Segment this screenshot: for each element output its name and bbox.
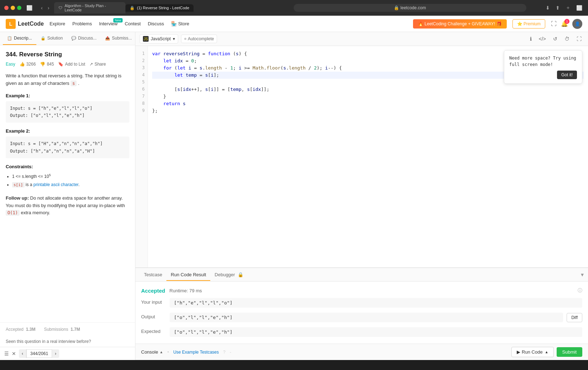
info-icon-btn[interactable]: ℹ xyxy=(528,35,534,42)
format-icon-btn[interactable]: </> xyxy=(537,35,548,42)
submissions-stat: Submissions 1.7M xyxy=(44,327,80,332)
new-tab-icon[interactable]: ＋ xyxy=(564,4,572,12)
share-label: Share xyxy=(94,62,106,67)
use-example-testcases-button[interactable]: Use Example Testcases xyxy=(173,350,219,355)
close-btn[interactable] xyxy=(4,6,9,10)
tab-icon-2: 🔒 xyxy=(130,6,135,10)
ascii-link[interactable]: printable ascii character xyxy=(33,182,78,187)
line-num-9: 9 xyxy=(138,107,145,114)
tab-label: Algorithm - Study Plan - LeetCode xyxy=(65,4,121,12)
problem-description: Write a function that reverses a string.… xyxy=(6,72,129,87)
discuss-tab-label: Discuss... xyxy=(78,36,97,41)
notification-button[interactable]: 🔔 1 xyxy=(561,20,568,27)
prev-problem-button[interactable]: ‹ xyxy=(19,349,26,358)
autocomplete-label: Autocomplete xyxy=(188,36,214,41)
got-it-button[interactable]: Got it! xyxy=(557,71,577,79)
next-problem-button[interactable]: › xyxy=(52,349,59,358)
expand-icon-btn[interactable]: ⛶ xyxy=(551,21,557,27)
dislikes-count: 845 xyxy=(47,62,54,67)
left-panel: 📋 Descrip... 🔒 Solution 💬 Discuss... 📤 S… xyxy=(0,32,135,360)
challenge-button[interactable]: 🔥 LeetCoding Challenge + GIVEAWAY! 🎁 xyxy=(413,19,507,29)
premium-button[interactable]: ⭐ Premium xyxy=(512,19,545,29)
code-editor[interactable]: 1 2 3 4 5 6 7 8 9 var reverseString = fu… xyxy=(135,46,588,267)
tab-discuss[interactable]: 💬 Discuss... xyxy=(67,32,101,45)
timer-icon-btn[interactable]: ⏱ xyxy=(562,35,572,42)
address-bar[interactable]: 🔒 leetcode.com xyxy=(294,4,526,12)
line-num-1: 1 xyxy=(138,50,145,57)
dislike-icon: 👎 xyxy=(40,62,45,67)
likes-count: 3266 xyxy=(26,62,36,67)
tab-testcase[interactable]: Testcase xyxy=(140,269,166,281)
tab-description[interactable]: 📋 Descrip... xyxy=(3,32,36,45)
line-num-6: 6 xyxy=(138,86,145,93)
traffic-lights xyxy=(4,6,21,10)
list-menu-button[interactable]: ☰ xyxy=(4,351,9,356)
nav-interview[interactable]: Interview New xyxy=(99,21,118,26)
o1-code: O(1) xyxy=(6,210,20,216)
accepted-label: Accepted xyxy=(6,327,24,332)
tab-solution[interactable]: 🔒 Solution xyxy=(36,32,67,45)
problem-navigator: ‹ 344/2061 › xyxy=(19,349,59,358)
shuffle-button[interactable]: ✕ xyxy=(12,351,16,356)
submit-button[interactable]: Submit xyxy=(557,347,582,357)
minimize-btn[interactable] xyxy=(11,6,15,10)
your-input-label: Your input xyxy=(141,298,170,305)
followup-label: Follow up: xyxy=(6,195,29,201)
example2-input: Input: s = ["H","a","n","n","a","h"] xyxy=(10,140,125,147)
results-area: Accepted Runtime: 79 ms ⓘ Your input ["h… xyxy=(135,282,588,344)
share-button[interactable]: ↗ Share xyxy=(89,62,106,67)
back-button[interactable]: ‹ xyxy=(40,4,44,11)
fullscreen-btn[interactable] xyxy=(17,6,21,10)
share-icon[interactable]: ⬆ xyxy=(554,4,561,12)
line-numbers: 1 2 3 4 5 6 7 8 9 xyxy=(135,46,148,267)
bottom-panel: Testcase Run Code Result Debugger 🔒 ▾ Ac… xyxy=(135,267,588,360)
expand-editor-btn[interactable]: ⛶ xyxy=(574,35,584,42)
help-icon[interactable]: ? xyxy=(223,350,226,355)
tab-run-code-result[interactable]: Run Code Result xyxy=(166,269,210,281)
nav-explore[interactable]: Explore xyxy=(50,21,65,26)
lc-logo[interactable]: L LeetCode xyxy=(6,19,44,29)
run-code-label: ▶ Run Code xyxy=(517,349,542,355)
nav-contest[interactable]: Contest xyxy=(125,21,141,26)
tab-submissions[interactable]: 📤 Submiss... xyxy=(101,32,135,45)
editor-actions: ℹ </> ↺ ⏱ ⛶ xyxy=(528,35,584,42)
bottom-action-bar: Console ▲ • Use Example Testcases ? - ▶ … xyxy=(135,344,588,360)
tab-algorithm[interactable]: 🛡 Algorithm - Study Plan - LeetCode xyxy=(54,2,125,14)
example2-box: Input: s = ["H","a","n","n","a","h"] Out… xyxy=(6,137,129,158)
notification-badge: 1 xyxy=(564,19,569,24)
example2-output: Output: ["h","a","n","n","a","H"] xyxy=(10,148,125,155)
result-info-icon[interactable]: ⓘ xyxy=(578,287,582,294)
solution-tab-label: Solution xyxy=(47,36,63,41)
diff-button[interactable]: Diff xyxy=(567,313,582,322)
download-icon[interactable]: ⬇ xyxy=(544,4,551,12)
example1-output: Output: ["o","l","l","e","h"] xyxy=(10,112,125,119)
bottom-expand-button[interactable]: ▾ xyxy=(581,271,584,278)
autocomplete-button[interactable]: Autocomplete xyxy=(181,35,217,43)
run-code-arrow-icon: ▲ xyxy=(545,350,548,354)
code-line-8: return s xyxy=(152,100,584,107)
sidebar-toggle-icon[interactable]: ⬜ xyxy=(25,4,34,11)
add-to-list-button[interactable]: 🔖 Add to List xyxy=(58,62,85,67)
expected-value: ["o","l","l","e","h"] xyxy=(170,327,582,337)
likes-button[interactable]: 👍 3266 xyxy=(20,62,36,67)
extensions-icon[interactable]: ⬜ xyxy=(575,4,584,12)
reset-icon-btn[interactable]: ↺ xyxy=(551,35,559,42)
code-line-6: [s[idx++], s[i]] = [temp, s[idx]]; xyxy=(152,86,584,93)
run-code-button[interactable]: ▶ Run Code ▲ xyxy=(511,347,553,357)
tab-debugger[interactable]: Debugger 🔒 xyxy=(210,269,248,281)
problem-meta: Easy 👍 3266 👎 845 🔖 Add to List ↗ Share xyxy=(6,62,129,67)
tab-reverse-string[interactable]: 🔒 (1) Reverse String - LeetCode xyxy=(125,4,194,12)
autocomplete-dot xyxy=(184,38,186,40)
nav-discuss[interactable]: Discuss xyxy=(148,21,164,26)
forward-button[interactable]: › xyxy=(46,4,51,11)
avatar[interactable]: 👤 xyxy=(572,19,582,29)
nav-store[interactable]: 🏪 Store xyxy=(171,21,189,26)
nav-icons: ⛶ 🔔 1 👤 xyxy=(551,19,582,29)
language-selector[interactable]: JS JavaScript ▾ xyxy=(140,34,178,43)
testcase-label: Testcase xyxy=(144,272,162,277)
problem-counter: 344/2061 xyxy=(26,349,52,358)
dislikes-button[interactable]: 👎 845 xyxy=(40,62,54,67)
nav-problems[interactable]: Problems xyxy=(72,21,92,26)
console-button[interactable]: Console ▲ xyxy=(141,349,163,355)
submissions-label: Submissions xyxy=(44,327,68,332)
